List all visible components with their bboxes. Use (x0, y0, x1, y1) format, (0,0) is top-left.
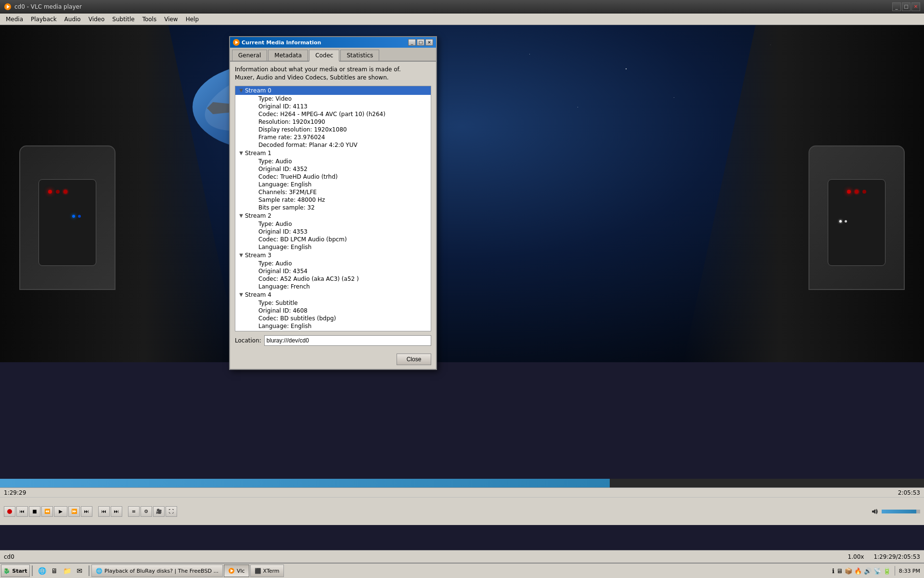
stream-1-bits-label: Bits per sample: 32 (258, 204, 315, 211)
stream-1-language-label: Language: English (258, 181, 311, 188)
title-bar: cd0 - VLC media player _ □ ✕ (0, 0, 924, 13)
minimize-button[interactable]: _ (892, 2, 901, 11)
record-button[interactable] (4, 506, 15, 517)
taskbar-vlc[interactable]: Vlc (224, 565, 249, 577)
taskbar-xterm[interactable]: ⬛ XTerm (250, 565, 284, 577)
stream-4-node[interactable]: ▼ Stream 4 (235, 290, 431, 299)
stream-3-origid: Original ID: 4354 (235, 267, 431, 275)
tray-icon-network[interactable]: 📡 (873, 567, 881, 575)
dialog-buttons: Close (230, 350, 436, 369)
close-window-button[interactable]: ✕ (911, 2, 920, 11)
menu-playback[interactable]: Playback (27, 15, 61, 24)
tab-metadata[interactable]: Metadata (268, 50, 308, 61)
dialog-close-button[interactable]: ✕ (425, 39, 433, 46)
tray-icon-4[interactable]: 🔥 (854, 567, 862, 575)
dialog-title-bar[interactable]: Current Media Information _ □ ✕ (230, 37, 436, 48)
start-button[interactable]: 🐉 Start (1, 565, 30, 577)
stream-0-type-label: Type: Video (258, 95, 292, 102)
prev-button[interactable]: ⏪ (41, 506, 53, 517)
menu-tools[interactable]: Tools (139, 15, 161, 24)
menu-help[interactable]: Help (182, 15, 203, 24)
stream-4-expand[interactable]: ▼ (237, 291, 245, 299)
stream-0-resolution-label: Resolution: 1920x1090 (258, 118, 325, 125)
stream-4-type-label: Type: Subtitle (258, 300, 298, 306)
stream-2-node[interactable]: ▼ Stream 2 (235, 211, 431, 220)
volume-bar[interactable] (882, 510, 920, 513)
time-total: 2:05:53 (898, 489, 920, 496)
chapter-prev-button[interactable]: ⏮ (98, 506, 110, 517)
location-label: Location: (235, 337, 261, 344)
stream-2-expand[interactable]: ▼ (237, 212, 245, 220)
taskbar-browser[interactable]: 🌐 Playback of BluRay disks? | The FreeBS… (91, 565, 223, 577)
stream-3-codec-label: Codec: A52 Audio (aka AC3) (a52 ) (258, 276, 359, 282)
stream-0-expand[interactable]: ▼ (237, 87, 245, 94)
stream-4-language: Language: English (235, 322, 431, 330)
menu-audio[interactable]: Audio (61, 15, 85, 24)
desktop-icon-terminal[interactable]: 🖥 (49, 565, 60, 576)
chapter-next-button[interactable]: ⏭ (111, 506, 122, 517)
taskbar: 🐉 Start 🌐 🖥 📁 ✉ 🌐 Playback of BluRay dis… (0, 563, 924, 578)
desktop-icon-browser[interactable]: 🌐 (37, 565, 47, 576)
stream-3-language: Language: French (235, 283, 431, 290)
stream-3-node[interactable]: ▼ Stream 3 (235, 251, 431, 260)
dialog-window-controls[interactable]: _ □ ✕ (408, 39, 433, 46)
maximize-button[interactable]: □ (902, 2, 911, 11)
video-area (0, 25, 924, 362)
toggle-playlist[interactable]: ≡ (128, 506, 140, 517)
video-effects[interactable]: 🎥 (153, 506, 165, 517)
window-controls[interactable]: _ □ ✕ (892, 2, 920, 11)
menu-video[interactable]: Video (85, 15, 109, 24)
location-input[interactable] (264, 335, 431, 346)
stream-1-expand[interactable]: ▼ (237, 149, 245, 157)
prev-frame-button[interactable]: ⏮ (16, 506, 28, 517)
vlc-taskbar-label: Vlc (237, 568, 245, 574)
next-frame-button[interactable]: ⏭ (81, 506, 92, 517)
tray-icon-2[interactable]: 🖥 (836, 567, 843, 575)
menu-subtitle[interactable]: Subtitle (108, 15, 138, 24)
stream-3-type-label: Type: Audio (258, 260, 292, 267)
stream-3-origid-label: Original ID: 4354 (258, 268, 308, 275)
stream-1-origid: Original ID: 4352 (235, 165, 431, 173)
tray-icon-1[interactable]: ℹ (832, 567, 834, 575)
player-title: cd0 (4, 553, 14, 560)
stream-1-node[interactable]: ▼ Stream 1 (235, 149, 431, 158)
svg-point-2 (7, 509, 12, 514)
stream-1-channels: Channels: 3F2M/LFE (235, 188, 431, 196)
tray-icon-5[interactable]: 🔊 (864, 567, 872, 575)
stop-button[interactable]: ■ (29, 506, 40, 517)
dialog-minimize-button[interactable]: _ (408, 39, 416, 46)
tab-codec[interactable]: Codec (309, 50, 339, 62)
tray-icon-3[interactable]: 📦 (845, 567, 852, 575)
codec-tree[interactable]: ▼ Stream 0 Type: Video Original ID: 4113… (235, 86, 431, 331)
stream-1-codec: Codec: TrueHD Audio (trhd) (235, 173, 431, 181)
stream-2-language-label: Language: English (258, 244, 311, 250)
tab-general[interactable]: General (232, 50, 267, 61)
dialog-vlc-icon (233, 39, 240, 46)
progress-bar (0, 479, 610, 487)
menu-bar: Media Playback Audio Video Subtitle Tool… (0, 13, 924, 25)
close-button[interactable]: Close (397, 354, 431, 365)
fullscreen[interactable]: ⛶ (166, 506, 177, 517)
status-right: 1.00x 1:29:29/2:05:53 (848, 553, 920, 560)
stream-2-language: Language: English (235, 243, 431, 251)
stream-0-node[interactable]: ▼ Stream 0 (235, 86, 431, 95)
next-button[interactable]: ⏩ (68, 506, 80, 517)
desktop-icon-email[interactable]: ✉ (74, 565, 85, 576)
menu-view[interactable]: View (160, 15, 181, 24)
tray-icon-battery[interactable]: 🔋 (883, 567, 891, 575)
tab-statistics[interactable]: Statistics (340, 50, 379, 61)
time-current: 1:29:29 (4, 489, 26, 496)
vlc-taskbar-icon (228, 567, 235, 574)
stream-3-expand[interactable]: ▼ (237, 251, 245, 259)
play-button[interactable]: ▶ (54, 506, 67, 517)
stream-1-samplerate: Sample rate: 48000 Hz (235, 196, 431, 204)
desktop-icon-files[interactable]: 📁 (62, 565, 72, 576)
location-row: Location: (235, 335, 431, 346)
stream-0-framerate: Frame rate: 23.976024 (235, 133, 431, 141)
dialog-maximize-button[interactable]: □ (417, 39, 424, 46)
progress-area[interactable] (0, 479, 924, 487)
extended-settings[interactable]: ⚙ (141, 506, 152, 517)
stream-0-type: Type: Video (235, 95, 431, 103)
controls-row: ⏮ ■ ⏪ ▶ ⏩ ⏭ ⏮ ⏭ ≡ ⚙ 🎥 ⛶ (0, 497, 924, 525)
menu-media[interactable]: Media (2, 15, 27, 24)
